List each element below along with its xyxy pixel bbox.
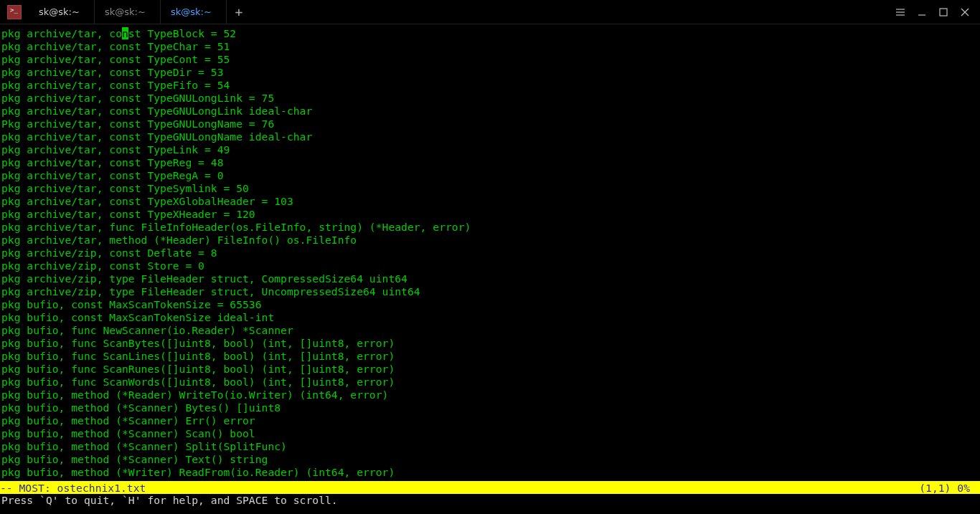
tab-1[interactable]: sk@sk:~ bbox=[95, 0, 161, 24]
terminal-line: Pkg archive/tar, const TypeGNULongName =… bbox=[1, 118, 979, 130]
terminal-line: pkg archive/tar, const TypeLink = 49 bbox=[1, 143, 979, 156]
terminal-line: pkg archive/tar, const TypeGNULongLink =… bbox=[1, 92, 979, 105]
most-hint-line: Press `Q' to quit, `H' for help, and SPA… bbox=[0, 494, 980, 507]
terminal-line: pkg bufio, func ScanLines([]uint8, bool)… bbox=[1, 350, 979, 363]
titlebar: sk@sk:~ sk@sk:~ sk@sk:~ + bbox=[0, 0, 980, 24]
new-tab-button[interactable]: + bbox=[227, 0, 251, 24]
terminal-line: pkg archive/tar, const TypeReg = 48 bbox=[1, 156, 979, 169]
tab-0[interactable]: sk@sk:~ bbox=[29, 0, 95, 24]
terminal-line: pkg bufio, method (*Scanner) Split(Split… bbox=[1, 440, 979, 453]
terminal-line: pkg bufio, func ScanRunes([]uint8, bool)… bbox=[1, 363, 979, 376]
terminal-line: pkg bufio, func NewScanner(io.Reader) *S… bbox=[1, 324, 979, 337]
terminal-line: pkg archive/zip, const Deflate = 8 bbox=[1, 247, 979, 260]
terminal-line: pkg archive/tar, func FileInfoHeader(os.… bbox=[1, 221, 979, 234]
window-maximize-icon[interactable] bbox=[938, 7, 948, 17]
terminal-line: pkg archive/tar, const TypeGNULongLink i… bbox=[1, 105, 979, 118]
status-left: -- MOST: ostechnix1.txt bbox=[0, 482, 146, 494]
terminal-line: pkg archive/zip, type FileHeader struct,… bbox=[1, 285, 979, 298]
svg-rect-4 bbox=[940, 9, 947, 16]
terminal-line: pkg archive/tar, const TypeChar = 51 bbox=[1, 40, 979, 53]
terminal-line: pkg bufio, method (*Reader) WriteTo(io.W… bbox=[1, 389, 979, 401]
terminal-line: pkg archive/tar, const TypeSymlink = 50 bbox=[1, 182, 979, 195]
terminal-output[interactable]: pkg archive/tar, const TypeBlock = 52pkg… bbox=[0, 24, 980, 479]
plus-icon: + bbox=[235, 4, 243, 19]
terminal-line: pkg archive/tar, method (*Header) FileIn… bbox=[1, 234, 979, 247]
tab-label: sk@sk:~ bbox=[171, 6, 212, 17]
terminal-line: pkg archive/zip, type FileHeader struct,… bbox=[1, 272, 979, 285]
terminal-line: pkg bufio, method (*Scanner) Bytes() []u… bbox=[1, 401, 979, 414]
terminal-line: pkg bufio, func ScanBytes([]uint8, bool)… bbox=[1, 337, 979, 350]
tabs: sk@sk:~ sk@sk:~ sk@sk:~ bbox=[29, 0, 227, 24]
window-close-icon[interactable] bbox=[960, 7, 970, 17]
most-status-bar: -- MOST: ostechnix1.txt (1,1) 0% bbox=[0, 481, 980, 494]
terminal-line: pkg bufio, method (*Scanner) Text() stri… bbox=[1, 453, 979, 466]
terminal-line: pkg archive/tar, const TypeXHeader = 120 bbox=[1, 208, 979, 221]
terminal-icon bbox=[7, 5, 22, 19]
terminal-line: pkg bufio, method (*Writer) ReadFrom(io.… bbox=[1, 466, 979, 479]
tab-label: sk@sk:~ bbox=[39, 6, 80, 17]
terminal-line: pkg archive/tar, const TypeCont = 55 bbox=[1, 53, 979, 66]
terminal-line: pkg archive/tar, const TypeGNULongName i… bbox=[1, 130, 979, 143]
terminal-line: pkg archive/tar, const TypeDir = 53 bbox=[1, 66, 979, 79]
terminal-line: pkg bufio, method (*Scanner) Scan() bool bbox=[1, 427, 979, 440]
terminal-app-icon bbox=[0, 0, 29, 24]
terminal-line: pkg archive/tar, const TypeFifo = 54 bbox=[1, 79, 979, 92]
menu-icon[interactable] bbox=[895, 7, 905, 17]
text-cursor: n bbox=[122, 27, 128, 39]
terminal-line: pkg bufio, method (*Scanner) Err() error bbox=[1, 414, 979, 427]
titlebar-spacer bbox=[251, 0, 885, 24]
tab-2[interactable]: sk@sk:~ bbox=[161, 0, 227, 24]
terminal-line: pkg bufio, const MaxScanTokenSize = 6553… bbox=[1, 298, 979, 311]
tab-label: sk@sk:~ bbox=[105, 6, 146, 17]
terminal-line: pkg archive/zip, const Store = 0 bbox=[1, 260, 979, 272]
window-minimize-icon[interactable] bbox=[917, 7, 927, 17]
terminal-line: pkg archive/tar, const TypeRegA = 0 bbox=[1, 169, 979, 182]
terminal-line: pkg bufio, const MaxScanTokenSize ideal-… bbox=[1, 311, 979, 324]
terminal-line: pkg bufio, func ScanWords([]uint8, bool)… bbox=[1, 376, 979, 389]
terminal-line: pkg archive/tar, const TypeBlock = 52 bbox=[1, 27, 979, 40]
window-controls bbox=[885, 0, 980, 24]
terminal-line: pkg archive/tar, const TypeXGlobalHeader… bbox=[1, 195, 979, 208]
status-right: (1,1) 0% bbox=[919, 482, 977, 494]
